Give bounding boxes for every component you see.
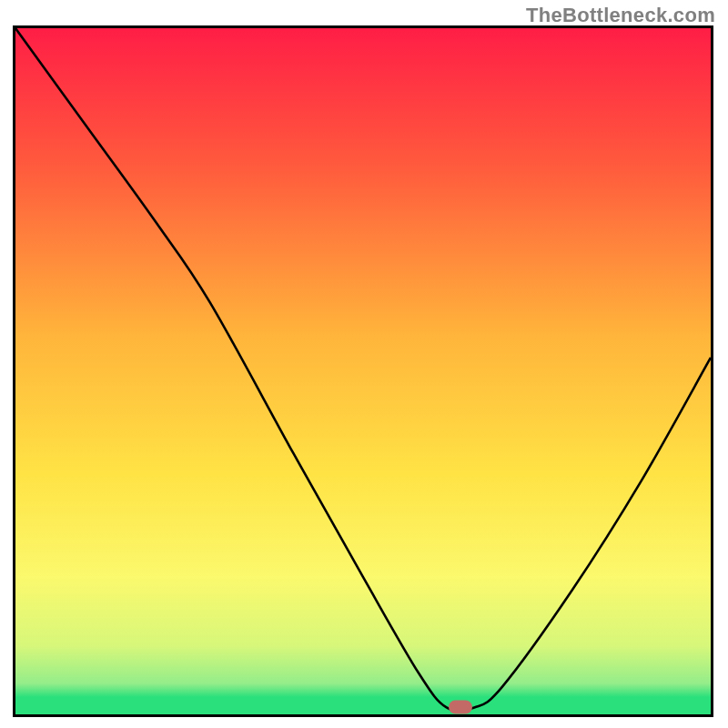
- bottleneck-curve: [15, 28, 711, 714]
- watermark-text: TheBottleneck.com: [526, 4, 715, 27]
- optimal-point-marker: [449, 701, 472, 714]
- chart-frame: [13, 25, 713, 717]
